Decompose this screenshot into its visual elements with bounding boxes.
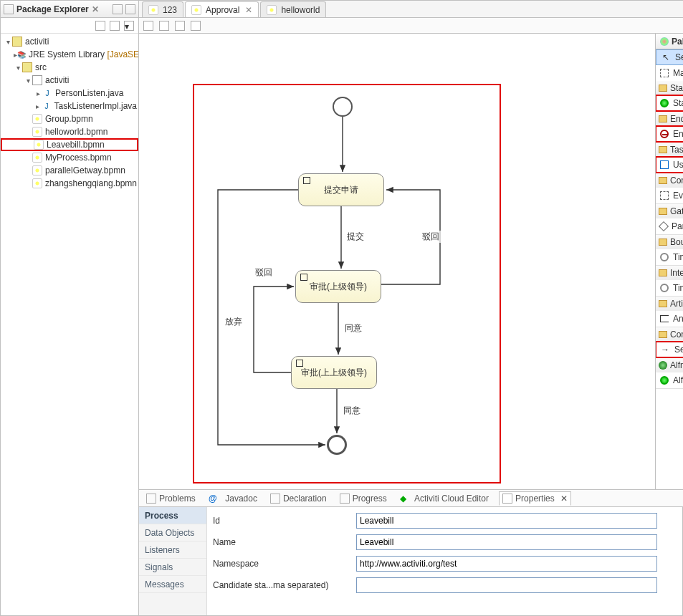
view-menu-icon[interactable]: ▾ (124, 21, 134, 31)
prop-cat-messages[interactable]: Messages (139, 576, 206, 593)
palette-group-artifacts[interactable]: Artifacts⋄ (656, 297, 683, 311)
tab-properties[interactable]: Properties✕ (499, 491, 571, 506)
timer-icon (660, 284, 669, 292)
prop-label-id: Id (213, 516, 356, 526)
prop-cat-signals[interactable]: Signals (139, 559, 206, 576)
palette-item-sequenceflow[interactable]: →SequenceFlow (656, 342, 683, 357)
toolbar-button[interactable] (175, 21, 185, 31)
flow-label: 放弃 (224, 316, 244, 328)
toolbar-button[interactable] (143, 21, 153, 31)
bpmn-file-node[interactable]: MyProcess.bpmn (1, 151, 138, 164)
explorer-toolbar: ▾ (1, 18, 138, 34)
maximize-icon[interactable] (125, 4, 135, 14)
editor-tab[interactable]: helloworld (260, 1, 326, 17)
start-event[interactable] (333, 97, 353, 117)
link-editor-icon[interactable] (110, 21, 120, 31)
palette-item-timerboundary[interactable]: TimerBound... (656, 249, 683, 265)
minimize-icon[interactable] (113, 4, 123, 14)
prop-cat-process[interactable]: Process (139, 507, 206, 524)
palette-group-alfresco[interactable]: Alfresco⋄ (656, 358, 683, 372)
library-node[interactable]: ▸📚 JRE System Library [JavaSE (1, 48, 138, 61)
prop-cat-data-objects[interactable]: Data Objects (139, 524, 206, 542)
editor-tab-bar: 123 Approval ✕ helloworld (139, 1, 683, 18)
prop-label-candidate: Candidate sta...ma separated) (213, 580, 356, 590)
close-icon[interactable]: ✕ (92, 4, 99, 14)
tab-declaration[interactable]: Declaration (267, 492, 330, 505)
editor-tab-active[interactable]: Approval ✕ (185, 1, 259, 17)
tab-problems[interactable]: Problems (143, 492, 199, 505)
prop-label-name: Name (213, 537, 356, 547)
palette-group-container[interactable]: Container⋄ (656, 173, 683, 188)
bottom-tab-bar: Problems @ Javadoc Declaration Progress … (139, 490, 683, 507)
palette-item-parallelgateway[interactable]: ParallelGate... (656, 218, 683, 234)
project-tree: ▾ activiti ▸📚 JRE System Library [JavaSE… (1, 34, 138, 615)
palette-group-boundary[interactable]: Boundary e...⋄ (656, 235, 683, 249)
palette-item-eventsubprocess[interactable]: EventSubPro... (656, 188, 683, 203)
palette-group-intermediate[interactable]: Intermediat...⋄ (656, 266, 683, 280)
folder-icon (659, 269, 667, 276)
bpmn-file-leavebill[interactable]: Leavebill.bpmn (1, 138, 138, 151)
folder-icon (659, 177, 667, 184)
close-icon[interactable]: ✕ (245, 5, 252, 15)
bpmn-file-node[interactable]: zhangshengqiang.bpmn (1, 177, 138, 190)
palette-tool-select[interactable]: ↖ Select (656, 49, 683, 65)
palette-title: Palette (672, 37, 683, 47)
end-event[interactable] (327, 435, 347, 455)
palette-tool-marquee[interactable]: Marquee (656, 65, 683, 81)
toolbar-button[interactable] (159, 21, 169, 31)
annotation-icon (660, 315, 669, 322)
properties-icon (502, 494, 512, 504)
bpmn-canvas[interactable]: 提交申请 审批(上级领导) 审批(上上级领导) 提交 同意 同意 驳回 (139, 34, 655, 489)
toolbar-button[interactable] (191, 21, 201, 31)
close-icon[interactable]: ✕ (560, 494, 568, 504)
prop-input-name[interactable] (356, 534, 657, 550)
bpmn-file-node[interactable]: helloworld.bpmn (1, 125, 138, 138)
package-node[interactable]: ▾ activiti (1, 74, 138, 87)
subprocess-icon (660, 191, 669, 200)
src-folder-node[interactable]: ▾ src (1, 61, 138, 74)
palette-group-gateway[interactable]: Gateway⋄ (656, 204, 683, 218)
flow-label: 同意 (343, 322, 363, 335)
palette-group-start[interactable]: Start event⋄ (656, 81, 683, 95)
declaration-icon (270, 494, 280, 504)
tab-progress[interactable]: Progress (337, 492, 390, 505)
palette-item-timercatching[interactable]: TimerCatchi... (656, 280, 683, 296)
package-explorer-title: Package Explorer ✕ (4, 4, 113, 14)
palette-item-alfrescostart[interactable]: AlfrescoStart (656, 372, 683, 388)
prop-input-namespace[interactable] (356, 556, 657, 572)
palette-item-usertask[interactable]: UserTask (656, 157, 683, 173)
marquee-icon (660, 69, 669, 77)
prop-input-candidate[interactable] (356, 577, 657, 593)
bpmn-file-node[interactable]: parallelGetway.bpmn (1, 164, 138, 177)
folder-icon (659, 146, 667, 153)
folder-icon (659, 85, 667, 92)
package-explorer-view: Package Explorer ✕ ▾ ▾ activiti ▸📚 JRE S… (1, 1, 139, 615)
user-task-icon (296, 360, 303, 367)
collapse-all-icon[interactable] (95, 21, 105, 31)
prop-cat-listeners[interactable]: Listeners (139, 542, 206, 559)
palette-view: Palette ▷ ↖ Select Marquee Start event⋄ … (655, 34, 683, 489)
palette-group-end[interactable]: End event⋄ (656, 112, 683, 126)
tab-cloud-editor[interactable]: ◆ Activiti Cloud Editor (397, 492, 492, 505)
editor-toolbar (139, 18, 683, 34)
project-node[interactable]: ▾ activiti (1, 35, 138, 48)
folder-icon (659, 208, 667, 215)
palette-item-startevent[interactable]: StartEvent (656, 95, 683, 111)
editor-tab[interactable]: 123 (142, 1, 183, 17)
palette-group-connection[interactable]: Connection⋄ (656, 327, 683, 342)
user-task-submit[interactable]: 提交申请 (298, 173, 384, 206)
tab-javadoc[interactable]: @ Javadoc (206, 492, 260, 505)
user-task-approve1[interactable]: 审批(上级领导) (295, 270, 381, 303)
prop-input-id[interactable] (356, 513, 657, 529)
flow-label: 驳回 (421, 231, 441, 243)
palette-group-task[interactable]: Task⋄ (656, 143, 683, 157)
palette-item-annotation[interactable]: Annotation (656, 311, 683, 327)
folder-icon (659, 239, 667, 246)
java-file-node[interactable]: ▸J TaskListenerImpl.java (1, 100, 138, 112)
bpmn-icon (267, 5, 277, 15)
start-event-icon (660, 376, 669, 385)
bpmn-file-node[interactable]: Group.bpmn (1, 112, 138, 125)
palette-item-endevent[interactable]: EndEvent (656, 126, 683, 142)
user-task-approve2[interactable]: 审批(上上级领导) (291, 356, 377, 389)
java-file-node[interactable]: ▸J PersonListen.java (1, 87, 138, 100)
